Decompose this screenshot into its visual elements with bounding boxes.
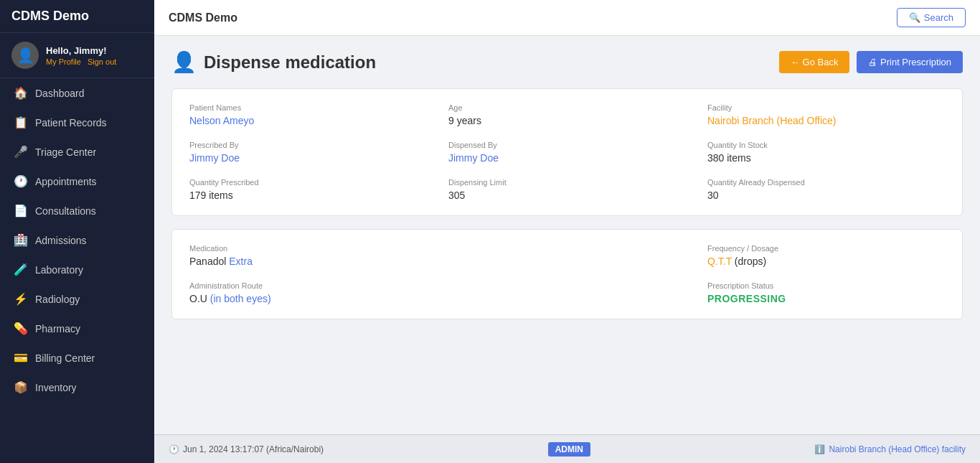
dispensed-by-label: Dispensed By (448, 141, 686, 149)
info-icon: ℹ️ (814, 444, 825, 454)
sidebar-item-pharmacy[interactable]: 💊 Pharmacy (0, 314, 154, 343)
sidebar-item-billing-center[interactable]: 💳 Billing Center (0, 343, 154, 373)
medication-field: Medication Panadol Extra (189, 244, 427, 267)
footer-timestamp: 🕐 Jun 1, 2024 13:17:07 (Africa/Nairobi) (169, 444, 324, 454)
quantity-prescribed-value: 179 items (189, 190, 427, 201)
user-greeting: Hello, Jimmy! (46, 45, 121, 56)
facility-field: Facility Nairobi Branch (Head Office) (707, 103, 945, 126)
quantity-prescribed-label: Quantity Prescribed (189, 178, 427, 187)
quantity-in-stock-label: Quantity In Stock (707, 141, 945, 149)
page-header: 👤 Dispense medication ← Go Back 🖨 Print … (171, 50, 963, 74)
sidebar-item-label: Appointments (35, 176, 97, 187)
prescribed-by-value: Jimmy Doe (189, 152, 427, 164)
sidebar-item-label: Laboratory (35, 264, 83, 276)
patient-info-card: Patient Names Nelson Ameyo Age 9 years F… (171, 88, 963, 216)
footer-facility: ℹ️ Nairobi Branch (Head Office) facility (814, 444, 966, 454)
topbar-title: CDMS Demo (169, 11, 237, 24)
patient-records-icon: 📋 (14, 116, 28, 129)
prescription-status-label: Prescription Status (707, 281, 945, 290)
quantity-prescribed-field: Quantity Prescribed 179 items (189, 178, 427, 201)
prescribed-by-field: Prescribed By Jimmy Doe (189, 141, 427, 164)
quantity-already-dispensed-value: 30 (707, 190, 945, 201)
facility-text: Nairobi Branch (Head Office) facility (829, 444, 966, 454)
header-actions: ← Go Back 🖨 Print Prescription (779, 51, 963, 73)
quantity-already-dispensed-label: Quantity Already Dispensed (707, 178, 945, 187)
sidebar-item-laboratory[interactable]: 🧪 Laboratory (0, 255, 154, 284)
frequency-field: Frequency / Dosage Q.T.T (drops) (707, 244, 945, 267)
medication-label: Medication (189, 244, 427, 253)
content-area: 👤 Dispense medication ← Go Back 🖨 Print … (154, 36, 980, 434)
medication-info-card: Medication Panadol Extra Frequency / Dos… (171, 229, 963, 319)
dispensing-limit-label: Dispensing Limit (448, 178, 686, 187)
avatar: 👤 (11, 42, 39, 69)
admin-badge: ADMIN (548, 442, 590, 457)
home-icon: 🏠 (14, 86, 28, 100)
consultations-icon: 📄 (14, 204, 28, 218)
print-prescription-button[interactable]: 🖨 Print Prescription (857, 51, 963, 73)
sidebar-item-label: Consultations (35, 205, 96, 217)
search-button[interactable]: 🔍 Search (897, 8, 966, 27)
sidebar-user: 👤 Hello, Jimmy! My Profile Sign out (0, 33, 154, 78)
dispensed-by-value: Jimmy Doe (448, 152, 686, 164)
age-label: Age (448, 103, 686, 112)
sidebar-item-label: Radiology (35, 294, 80, 305)
timestamp-text: Jun 1, 2024 13:17:07 (Africa/Nairobi) (183, 444, 324, 454)
facility-value: Nairobi Branch (Head Office) (707, 115, 945, 126)
sidebar-item-triage-center[interactable]: 🎤 Triage Center (0, 137, 154, 167)
sidebar-item-inventory[interactable]: 📦 Inventory (0, 373, 154, 402)
admissions-icon: 🏥 (14, 233, 28, 247)
dispensing-limit-value: 305 (448, 190, 686, 201)
sidebar-item-admissions[interactable]: 🏥 Admissions (0, 225, 154, 255)
quantity-in-stock-field: Quantity In Stock 380 items (707, 141, 945, 164)
dispensing-limit-field: Dispensing Limit 305 (448, 178, 686, 201)
age-field: Age 9 years (448, 103, 686, 126)
billing-icon: 💳 (14, 351, 28, 365)
sidebar-nav: 🏠 Dashboard 📋 Patient Records 🎤 Triage C… (0, 78, 154, 463)
admin-route-field: Administration Route O.U (in both eyes) (189, 281, 427, 304)
topbar: CDMS Demo 🔍 Search (154, 0, 980, 36)
my-profile-link[interactable]: My Profile (46, 57, 81, 66)
search-label: Search (924, 12, 953, 23)
sidebar-item-label: Dashboard (35, 88, 85, 99)
prescription-status-value: PROGRESSING (707, 293, 945, 304)
triage-icon: 🎤 (14, 145, 28, 159)
clock-icon: 🕐 (169, 444, 179, 454)
quantity-already-dispensed-field: Quantity Already Dispensed 30 (707, 178, 945, 201)
go-back-button[interactable]: ← Go Back (779, 51, 849, 73)
facility-label: Facility (707, 103, 945, 112)
patient-names-field: Patient Names Nelson Ameyo (189, 103, 427, 126)
lab-icon: 🧪 (14, 263, 28, 276)
quantity-in-stock-value: 380 items (707, 152, 945, 164)
sidebar-item-label: Triage Center (35, 146, 96, 158)
sidebar-brand: CDMS Demo (0, 0, 154, 33)
frequency-value: Q.T.T (drops) (707, 256, 945, 267)
age-value: 9 years (448, 115, 686, 126)
dispense-icon: 👤 (171, 50, 197, 74)
dispensed-by-field: Dispensed By Jimmy Doe (448, 141, 686, 164)
prescription-status-field: Prescription Status PROGRESSING (707, 281, 945, 304)
sidebar-item-consultations[interactable]: 📄 Consultations (0, 196, 154, 225)
main-area: CDMS Demo 🔍 Search 👤 Dispense medication… (154, 0, 980, 463)
medication-value: Panadol Extra (189, 256, 427, 267)
radiology-icon: ⚡ (14, 292, 28, 306)
pharmacy-icon: 💊 (14, 322, 28, 335)
sidebar-item-label: Admissions (35, 235, 87, 246)
patient-names-value: Nelson Ameyo (189, 115, 427, 126)
sign-out-link[interactable]: Sign out (88, 57, 116, 66)
sidebar-item-appointments[interactable]: 🕐 Appointments (0, 167, 154, 196)
patient-names-label: Patient Names (189, 103, 427, 112)
sidebar-item-dashboard[interactable]: 🏠 Dashboard (0, 78, 154, 108)
sidebar-item-label: Pharmacy (35, 323, 80, 335)
sidebar-item-radiology[interactable]: ⚡ Radiology (0, 284, 154, 314)
page-title: Dispense medication (204, 52, 376, 73)
sidebar-item-label: Inventory (35, 382, 77, 393)
prescribed-by-label: Prescribed By (189, 141, 427, 149)
frequency-label: Frequency / Dosage (707, 244, 945, 253)
sidebar-item-patient-records[interactable]: 📋 Patient Records (0, 108, 154, 137)
page-title-area: 👤 Dispense medication (171, 50, 376, 74)
admin-route-label: Administration Route (189, 281, 427, 290)
admin-route-value: O.U (in both eyes) (189, 293, 427, 304)
footer-bar: 🕐 Jun 1, 2024 13:17:07 (Africa/Nairobi) … (154, 434, 980, 463)
sidebar: CDMS Demo 👤 Hello, Jimmy! My Profile Sig… (0, 0, 154, 463)
sidebar-item-label: Patient Records (35, 117, 107, 128)
